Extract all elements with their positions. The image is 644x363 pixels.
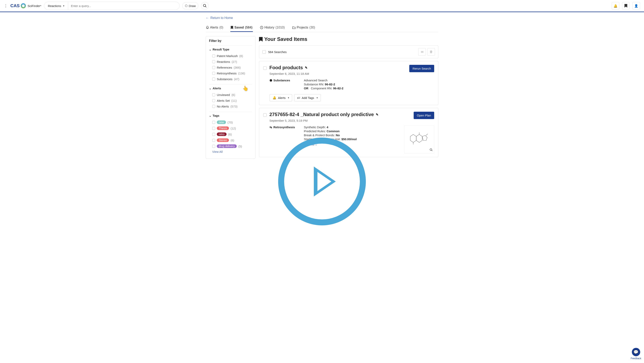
filter-head-alerts[interactable]: Alerts 👆 [209, 87, 252, 90]
app-logo[interactable]: CAS SciFinderⁿ [10, 3, 41, 8]
profile-button[interactable]: 👤 [632, 2, 640, 10]
svg-marker-4 [416, 134, 422, 142]
main-panel: Your Saved Items 584 Searches ✉ 🗑 Food p… [259, 36, 438, 160]
tag-pill: drug delivery [217, 144, 237, 148]
add-tags-dropdown-button[interactable]: 🏷 Add Tags [294, 94, 320, 101]
return-home-link[interactable]: ← Return to Home [206, 16, 233, 20]
checkbox[interactable] [212, 60, 215, 63]
filter-item[interactable]: Retrosynthesis (136) [209, 70, 252, 76]
pencil-icon[interactable]: ✎ [376, 113, 378, 117]
detail-value: No [336, 133, 340, 137]
search-icon-button[interactable] [201, 2, 208, 10]
envelope-icon: ✉ [421, 50, 424, 54]
card-checkbox[interactable] [263, 66, 266, 70]
bell-icon: 🔔 [272, 96, 276, 100]
filter-item[interactable]: Alerts Set (11) [209, 98, 252, 104]
retrosynthesis-icon: ⇆ [270, 125, 272, 129]
filter-item[interactable]: Reactions (27) [209, 59, 252, 65]
filter-item[interactable]: Stereo (6) [209, 137, 252, 143]
bookmarks-button[interactable] [622, 2, 630, 10]
detail-row: OR Component RN: 96-82-2 [304, 87, 434, 90]
filter-item[interactable]: new (70) [209, 119, 252, 125]
menu-icon[interactable]: ⋮ [4, 4, 8, 8]
detail-label: Predicted Rules: [304, 129, 326, 133]
checkbox[interactable] [212, 72, 215, 75]
card-title: 2757655-82-4 _Natural product only predi… [270, 112, 378, 117]
logo-text-scifinder: SciFinderⁿ [28, 4, 41, 8]
filter-item[interactable]: drug delivery (5) [209, 143, 252, 149]
checkbox[interactable] [212, 145, 215, 148]
filter-item[interactable]: No Alerts (573) [209, 104, 252, 109]
filter-label: Unviewed [217, 93, 230, 97]
filter-item[interactable]: Patent Markush (8) [209, 53, 252, 59]
tab-saved[interactable]: Saved (584) [230, 24, 253, 32]
rerun-search-button[interactable]: Rerun Search [409, 65, 434, 72]
detail-row: Advanced Search [304, 79, 434, 82]
filter-head-result-type[interactable]: Result Type [209, 48, 252, 51]
tab-alerts[interactable]: Alerts (0) [206, 24, 224, 32]
checkbox[interactable] [212, 127, 215, 130]
hexagon-icon: ⬡ [185, 4, 188, 8]
magnify-icon[interactable] [430, 148, 433, 152]
filter-item[interactable]: Unviewed (6) [209, 92, 252, 98]
view-all-details-link[interactable]: View All ⌄ [304, 143, 318, 146]
checkbox[interactable] [212, 105, 215, 108]
pencil-icon[interactable]: ✎ [305, 66, 308, 70]
tab-count: (584) [245, 26, 252, 29]
filter-section-tags: Tags new (70) Thesis (12) retro (6) Ster… [209, 112, 252, 156]
svg-line-1 [206, 7, 206, 7]
checkbox[interactable] [212, 66, 215, 69]
notifications-button[interactable]: 🔔 [612, 2, 619, 10]
chevron-down-icon [209, 114, 212, 117]
page-title-text: Your Saved Items [264, 36, 307, 42]
structure-thumbnail[interactable] [404, 125, 434, 153]
add-tags-label: Add Tags [302, 96, 314, 100]
filter-item[interactable]: Substances (47) [209, 76, 252, 82]
filter-item[interactable]: References (366) [209, 65, 252, 70]
filter-section-title: Result Type [212, 48, 229, 51]
draw-button[interactable]: ⬡ Draw [182, 2, 198, 9]
search-input[interactable] [68, 4, 179, 8]
alerts-dropdown-button[interactable]: 🔔 Alerts [270, 94, 292, 101]
filter-title: Filter by [209, 39, 252, 43]
checkbox[interactable] [212, 121, 215, 124]
select-all-label: 584 Searches [268, 50, 287, 54]
filter-head-tags[interactable]: Tags [209, 114, 252, 117]
filter-section-title: Tags [212, 114, 220, 117]
logo-text-cas: CAS [10, 3, 20, 8]
select-all-checkbox[interactable] [262, 50, 266, 54]
tabs: Alerts (0) Saved (584) History (1010) Pr… [206, 24, 438, 32]
checkbox[interactable] [212, 78, 215, 81]
user-icon: 👤 [634, 4, 638, 8]
content-wrapper: Filter by Result Type Patent Markush (8)… [206, 36, 438, 160]
cursor-hand-icon: 👆 [242, 86, 248, 91]
tab-history[interactable]: History (1010) [260, 24, 285, 32]
search-type-dropdown[interactable]: Reactions [44, 2, 68, 10]
search-bar: Reactions [44, 2, 180, 10]
checkbox[interactable] [212, 55, 215, 58]
delete-button[interactable]: 🗑 [428, 48, 435, 56]
checkbox[interactable] [212, 139, 215, 142]
checkbox[interactable] [212, 133, 215, 136]
page-content: ← Return to Home Alerts (0) Saved (584) … [202, 12, 442, 164]
checkbox[interactable] [212, 93, 215, 96]
view-all-tags-link[interactable]: View All [209, 150, 252, 153]
filter-count: (12) [230, 127, 236, 130]
trash-icon: 🗑 [430, 50, 433, 54]
card-checkbox[interactable] [263, 113, 266, 117]
filter-item[interactable]: retro (6) [209, 131, 252, 137]
filter-label: Reactions [217, 60, 230, 64]
filter-label: Retrosynthesis [217, 72, 236, 75]
tab-label: Projects [297, 26, 308, 29]
email-button[interactable]: ✉ [418, 48, 426, 56]
detail-row: Substance RN: 96-82-2 [304, 83, 434, 86]
chevron-down-icon: ⌄ [315, 143, 318, 146]
checkbox[interactable] [212, 99, 215, 102]
open-plan-button[interactable]: Open Plan [414, 112, 434, 119]
cube-icon: ⬢ [270, 79, 272, 82]
filter-count: (6) [228, 133, 232, 136]
filter-item[interactable]: Thesis (12) [209, 125, 252, 131]
tab-projects[interactable]: Projects (30) [292, 24, 316, 32]
filter-section-result-type: Result Type Patent Markush (8) Reactions… [209, 46, 252, 84]
card-type-label: Retrosynthesis [274, 125, 295, 129]
